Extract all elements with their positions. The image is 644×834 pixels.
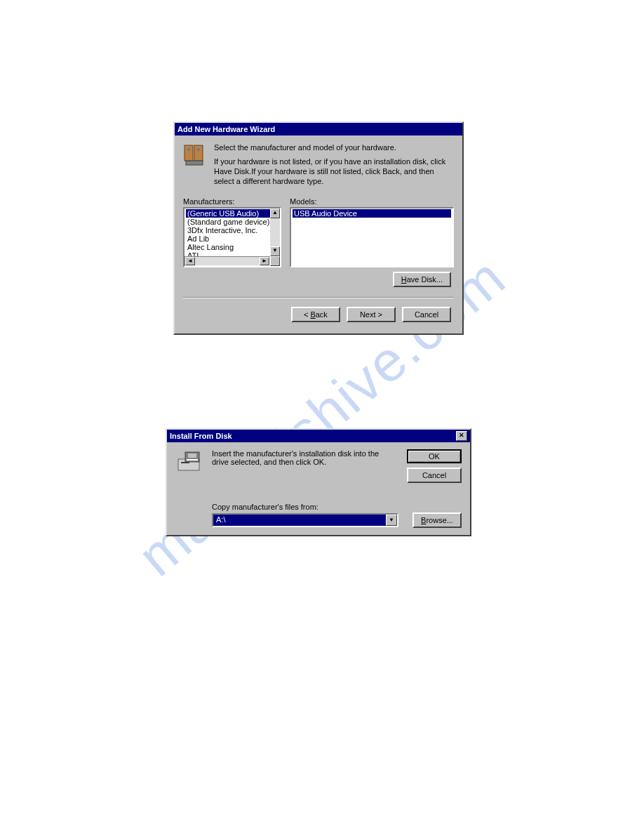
intro-line-2: If your hardware is not listed, or if yo… (214, 157, 454, 186)
instruction-text: Insert the manufacturer's installation d… (212, 449, 398, 483)
scroll-corner (270, 256, 280, 266)
manufacturers-label: Manufacturers: (183, 197, 281, 206)
list-item[interactable]: Altec Lansing (186, 243, 270, 251)
list-item[interactable]: USB Audio Device (293, 209, 451, 218)
titlebar: Add New Hardware Wizard (175, 123, 462, 135)
models-label: Models: (290, 197, 454, 206)
horizontal-scrollbar[interactable]: ◄ ► (185, 256, 270, 266)
svg-rect-0 (185, 145, 193, 161)
intro-line-1: Select the manufacturer and model of you… (214, 143, 454, 152)
svg-rect-9 (187, 459, 198, 461)
list-item[interactable]: 3Dfx Interactive, Inc. (186, 226, 270, 234)
scroll-down-icon[interactable]: ▼ (270, 246, 280, 256)
ok-button[interactable]: OK (407, 449, 462, 463)
copy-from-label: Copy manufacturer's files from: (212, 503, 462, 511)
models-listbox[interactable]: USB Audio Device (290, 207, 454, 267)
cancel-button[interactable]: Cancel (407, 468, 462, 483)
have-disk-button[interactable]: Have Disk... (393, 272, 451, 287)
scroll-up-icon[interactable]: ▲ (270, 208, 280, 218)
list-item[interactable]: Ad Lib (186, 234, 270, 243)
add-hardware-wizard-dialog: Add New Hardware Wizard Select the manuf… (173, 121, 464, 335)
titlebar: Install From Disk ✕ (167, 430, 470, 442)
back-button[interactable]: < Back (291, 307, 340, 322)
dialog-title: Add New Hardware Wizard (177, 125, 275, 133)
scroll-track[interactable] (270, 218, 280, 246)
disk-icon (175, 449, 203, 475)
list-item[interactable]: (Standard game device) (186, 218, 270, 226)
manufacturers-listbox[interactable]: (Generic USB Audio) (Standard game devic… (183, 207, 281, 267)
svg-point-4 (197, 148, 200, 151)
browse-button[interactable]: Browse... (412, 512, 462, 528)
scroll-left-icon[interactable]: ◄ (185, 257, 195, 265)
close-icon[interactable]: ✕ (456, 431, 467, 441)
next-button[interactable]: Next > (347, 307, 396, 322)
svg-point-3 (187, 148, 190, 151)
intro-text: Select the manufacturer and model of you… (214, 143, 454, 190)
dialog-title: Install From Disk (170, 432, 232, 440)
cancel-button[interactable]: Cancel (402, 307, 451, 322)
separator (183, 297, 454, 298)
list-item[interactable]: (Generic USB Audio) (186, 209, 270, 218)
scroll-right-icon[interactable]: ► (260, 257, 269, 265)
install-from-disk-dialog: Install From Disk ✕ Insert the manufactu… (166, 428, 471, 536)
path-combobox[interactable]: A:\ ▼ (212, 513, 398, 527)
vertical-scrollbar[interactable]: ▲ ▼ (270, 208, 280, 256)
path-input[interactable]: A:\ (213, 515, 386, 526)
svg-rect-8 (188, 454, 196, 458)
svg-rect-2 (186, 161, 203, 165)
chevron-down-icon[interactable]: ▼ (386, 515, 397, 526)
hardware-icon (183, 143, 206, 166)
svg-rect-1 (194, 145, 203, 161)
